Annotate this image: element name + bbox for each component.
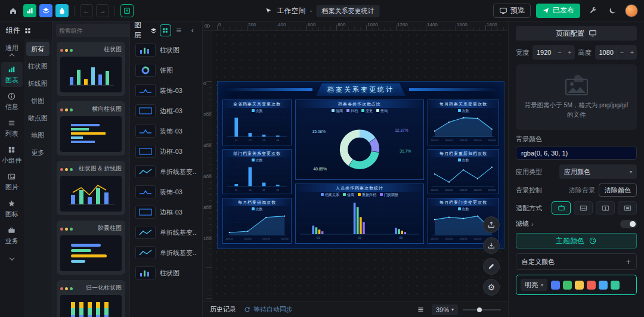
layer-item-10[interactable]: 单折线基变... <box>134 243 199 262</box>
theme-app-button[interactable] <box>55 4 69 17</box>
app-type-select[interactable]: 应用颜色▾ <box>559 164 637 179</box>
svg-text:2024-01: 2024-01 <box>431 139 438 142</box>
collapse-panel-button[interactable]: ‹ <box>187 24 198 36</box>
bg-color-input[interactable]: rgba(0, 6, 30, 1) <box>516 147 637 160</box>
page-config-button[interactable]: 页面配置 <box>516 26 637 41</box>
layer-item-1[interactable]: 饼图 <box>134 61 199 80</box>
undo-button[interactable]: ← <box>80 4 93 17</box>
category-item-1[interactable]: 柱状图 <box>26 59 50 73</box>
layer-item-11[interactable]: 柱状图 <box>134 263 199 282</box>
add-color-button[interactable]: + <box>626 257 631 266</box>
category-item-3[interactable]: 饼图 <box>26 94 50 108</box>
redo-button[interactable]: → <box>96 4 109 17</box>
component-card-0[interactable]: 柱状图 <box>57 42 125 96</box>
width-decrease-button[interactable]: − <box>555 45 565 60</box>
category-item-6[interactable]: 更多 <box>26 145 50 160</box>
layers-app-button[interactable] <box>39 4 52 17</box>
download-button[interactable] <box>483 237 500 254</box>
palette-swatch-0[interactable] <box>551 281 560 290</box>
thumbnail-view-button[interactable] <box>160 24 171 36</box>
dashboard-panel-1[interactable]: 部门档案关系变更次数次数01020304 <box>222 149 292 195</box>
dashboard-panel-4[interactable]: 人员操作档案次数统计档案关系借阅重新归档门类调整010203 <box>295 184 424 244</box>
home-button[interactable] <box>6 4 20 18</box>
filter-toggle[interactable] <box>620 220 637 228</box>
layer-item-5[interactable]: 边框-03 <box>134 142 199 161</box>
sidebar-item-chart[interactable]: 图表 <box>1 62 23 87</box>
component-card-2[interactable]: 柱状图 & 折线图 <box>57 161 125 215</box>
custom-color-row[interactable]: 自定义颜色+ <box>516 253 637 270</box>
component-card-1[interactable]: 横向柱状图 <box>57 101 125 156</box>
sidebar-item-general[interactable]: 通用 <box>1 41 23 60</box>
text-view-button[interactable] <box>174 24 185 36</box>
sidebar-item-icon[interactable]: 图标 <box>1 196 23 221</box>
save-button[interactable] <box>120 4 134 17</box>
dashboard-panel-0[interactable]: 全省档案关系变更次数次数01020304 <box>222 100 292 145</box>
height-increase-button[interactable]: + <box>627 45 637 60</box>
sidebar-item-info[interactable]: 信息 <box>1 89 23 114</box>
zoom-slider[interactable] <box>463 309 501 310</box>
width-stepper[interactable]: 1920 −+ <box>532 45 575 60</box>
fit-auto-button[interactable] <box>552 201 571 215</box>
width-increase-button[interactable]: + <box>565 45 575 60</box>
filter-section-toggle[interactable]: 滤镜› <box>516 219 534 228</box>
document-title[interactable]: 档案关系变更统计 <box>317 5 380 17</box>
dashboard-panel-5[interactable]: 每月档案关系变更次数次数2024-012024-022024-032024-04… <box>428 100 499 145</box>
edit-button[interactable] <box>483 258 500 275</box>
layer-item-4[interactable]: 装饰-03 <box>134 122 199 141</box>
palette-swatch-5[interactable] <box>611 281 620 290</box>
layer-item-2[interactable]: 装饰-03 <box>134 81 199 100</box>
fit-width-button[interactable] <box>574 201 593 215</box>
avatar[interactable] <box>625 4 638 17</box>
height-stepper[interactable]: 1080 −+ <box>595 45 637 60</box>
layer-item-0[interactable]: 柱状图 <box>134 41 199 60</box>
category-item-5[interactable]: 地图 <box>26 128 50 142</box>
layer-item-9[interactable]: 单折线基变... <box>134 223 199 242</box>
workspace-label[interactable]: 工作空间 <box>277 6 306 16</box>
fit-height-button[interactable] <box>596 201 615 215</box>
preview-button[interactable]: 预览 <box>493 4 531 18</box>
pages-button[interactable] <box>415 304 427 316</box>
search-input[interactable] <box>59 27 138 34</box>
history-button[interactable]: 历史记录 <box>210 305 236 314</box>
layer-item-8[interactable]: 边框-03 <box>134 203 199 222</box>
category-item-4[interactable]: 散点图 <box>26 111 50 125</box>
settings-button[interactable]: ⚙ <box>483 279 500 296</box>
palette-swatch-4[interactable] <box>599 281 608 290</box>
canvas-area[interactable]: 档案关系变更统计 全省档案关系变更次数次数01020304部门档案关系变更次数次… <box>212 31 508 302</box>
category-item-0[interactable]: 所有 <box>26 42 50 56</box>
dashboard-panel-3[interactable]: 档案各操作次数占比借阅归档变更查询15.08%12.37%31.7%40.85% <box>295 100 424 180</box>
sidebar-item-business[interactable]: 业务 <box>1 223 23 248</box>
sidebar-item-image[interactable]: 图片 <box>1 169 23 194</box>
layer-item-3[interactable]: 边框-03 <box>134 101 199 120</box>
palette-select[interactable]: 明亮▾ <box>521 279 547 291</box>
dark-mode-button[interactable] <box>605 4 620 18</box>
dashboard-panel-6[interactable]: 每月档案重新归档次数次数2024-012024-022024-032024-04… <box>428 149 499 195</box>
component-card-4[interactable]: 归一化柱状图 <box>57 280 125 317</box>
height-decrease-button[interactable]: − <box>617 45 627 60</box>
sidebar-item-list[interactable]: 列表 <box>1 116 23 141</box>
publish-button[interactable]: 已发布 <box>536 4 580 18</box>
zoom-select[interactable]: 39%▾ <box>432 304 458 315</box>
sidebar-more-button[interactable] <box>8 251 16 264</box>
theme-color-button[interactable]: 主题颜色 <box>516 233 637 248</box>
tools-button[interactable] <box>586 4 600 18</box>
layer-item-7[interactable]: 装饰-03 <box>134 182 199 201</box>
clear-background-button[interactable]: 清除背景 <box>569 184 595 197</box>
component-card-3[interactable]: 胶囊柱图 <box>57 220 125 275</box>
dashboard-panel-2[interactable]: 每月档案借阅次数次数2024-012024-022024-032024-04 <box>222 198 292 244</box>
dashboard-artboard[interactable]: 档案关系变更统计 全省档案关系变更次数次数01020304部门档案关系变更次数次… <box>217 81 504 249</box>
category-item-2[interactable]: 折线图 <box>26 76 50 91</box>
chart-app-button[interactable] <box>23 4 36 17</box>
palette-swatch-2[interactable] <box>575 281 584 290</box>
fit-stretch-button[interactable] <box>618 201 637 215</box>
background-upload-dropzone[interactable]: 背景图需小于 5M，格式为 png/jpg/gif 的文件 <box>516 64 637 130</box>
zoom-slider-handle[interactable] <box>477 307 482 312</box>
export-button[interactable] <box>483 216 500 233</box>
palette-swatch-3[interactable] <box>587 281 596 290</box>
ruler-origin[interactable] <box>203 21 212 31</box>
clear-color-button[interactable]: 清除颜色 <box>599 184 637 197</box>
svg-text:2024-03: 2024-03 <box>459 139 467 142</box>
sidebar-item-widget[interactable]: 小组件 <box>1 142 23 167</box>
layer-item-6[interactable]: 单折线基变... <box>134 162 199 181</box>
palette-swatch-1[interactable] <box>563 281 572 290</box>
